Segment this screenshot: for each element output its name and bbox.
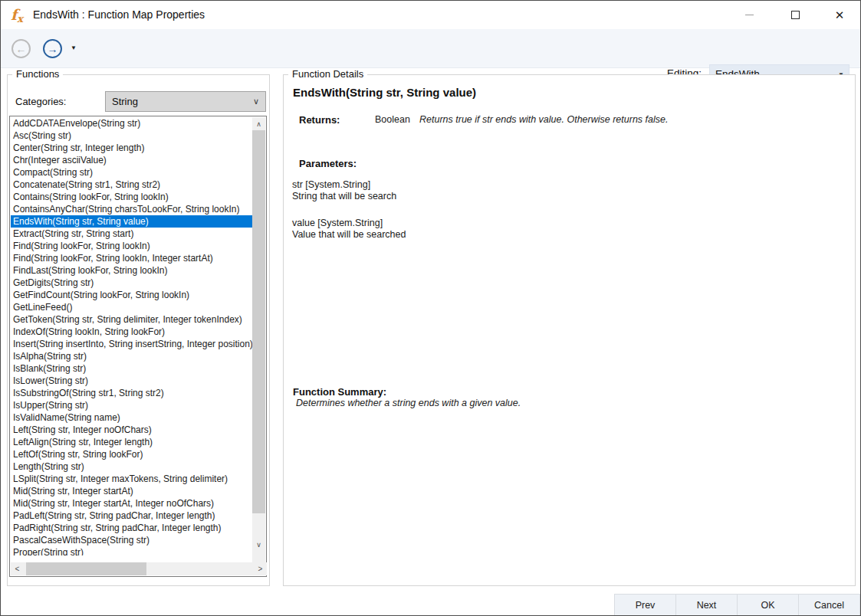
list-item[interactable]: IsBlank(String str) (11, 362, 254, 375)
list-item[interactable]: LeftOf(String str, String lookFor) (11, 448, 254, 460)
list-item[interactable]: PascalCaseWithSpace(String str) (11, 534, 254, 546)
vertical-scrollbar[interactable]: ∧ ∨ (252, 117, 265, 564)
list-item[interactable]: EndsWith(String str, String value) (11, 215, 254, 228)
function-listbox: AddCDATAEnvelope(String str)Asc(String s… (9, 116, 267, 577)
list-item[interactable]: LeftAlign(String str, Integer length) (11, 436, 254, 448)
list-item[interactable]: ContainsAnyChar(String charsToLookFor, S… (11, 203, 254, 215)
parameter-name: str [System.String] (292, 179, 370, 190)
list-item[interactable]: IsValidName(String name) (11, 411, 254, 424)
list-item[interactable]: Length(String str) (11, 460, 254, 473)
categories-dropdown[interactable]: String ∨ (105, 91, 266, 112)
scroll-up-icon[interactable]: ∧ (252, 117, 265, 130)
toolbar: ← → ▼ Editing: EndsWith ▼ (1, 29, 860, 68)
list-item[interactable]: GetToken(String str, String delimiter, I… (11, 313, 254, 326)
list-item[interactable]: GetLineFeed() (11, 301, 254, 313)
list-item[interactable]: Concatenate(String str1, String str2) (11, 179, 254, 191)
list-item[interactable]: LSplit(String str, Integer maxTokens, St… (11, 473, 254, 485)
list-item[interactable]: GetDigits(String str) (11, 277, 254, 289)
back-button[interactable]: ← (12, 39, 31, 58)
categories-value: String (112, 96, 138, 107)
list-item[interactable]: Mid(String str, Integer startAt, Integer… (11, 497, 254, 510)
parameters-label: Parameters: (299, 158, 357, 169)
maximize-button[interactable] (777, 1, 813, 29)
returns-description: Returns true if str ends with value. Oth… (419, 114, 668, 125)
maximize-icon (791, 11, 800, 19)
categories-label: Categories: (15, 96, 66, 107)
forward-button[interactable]: → (43, 39, 62, 58)
back-arrow-icon: ← (16, 43, 27, 55)
horizontal-scrollbar[interactable]: < > (11, 562, 267, 575)
list-item[interactable]: Compact(String str) (11, 166, 254, 179)
functions-groupbox: Functions Categories: String ∨ AddCDATAE… (7, 74, 270, 586)
list-item[interactable]: IsLower(String str) (11, 375, 254, 387)
returns-type: Boolean (375, 114, 410, 125)
footer-button-bar: Prev Next OK Cancel (614, 594, 860, 616)
list-item[interactable]: PadRight(String str, String padChar, Int… (11, 522, 254, 534)
prev-button[interactable]: Prev (614, 594, 676, 616)
ok-button[interactable]: OK (737, 594, 799, 616)
function-list-rows: AddCDATAEnvelope(String str)Asc(String s… (11, 117, 254, 555)
window-title: EndsWith : Function Map Properties (33, 8, 205, 21)
function-signature: EndsWith(String str, String value) (293, 86, 476, 99)
list-item[interactable]: Mid(String str, Integer startAt) (11, 485, 254, 497)
forward-arrow-icon: → (48, 43, 58, 55)
list-item[interactable]: PadLeft(String str, String padChar, Inte… (11, 510, 254, 522)
list-item[interactable]: IsAlpha(String str) (11, 350, 254, 362)
close-icon: ✕ (835, 9, 845, 21)
list-item[interactable]: AddCDATAEnvelope(String str) (11, 117, 254, 129)
list-item[interactable]: Extract(String str, String start) (11, 228, 254, 240)
list-item[interactable]: Center(String str, Integer length) (11, 142, 254, 154)
list-item[interactable]: Chr(Integer asciiValue) (11, 154, 254, 166)
list-item[interactable]: Proper(String str) (11, 546, 254, 555)
parameter-name: value [System.String] (292, 218, 383, 228)
dialog-window: fx EndsWith : Function Map Properties ✕ … (0, 0, 861, 616)
minimize-icon (745, 15, 754, 15)
list-item[interactable]: Asc(String str) (11, 129, 254, 142)
returns-label: Returns: (299, 114, 340, 126)
list-item[interactable]: GetFindCount(String lookFor, String look… (11, 289, 254, 301)
function-details-groupbox: Function Details EndsWith(String str, St… (283, 74, 856, 586)
fx-app-icon: fx (11, 5, 23, 28)
list-item[interactable]: Find(String lookFor, String lookIn) (11, 240, 254, 252)
close-button[interactable]: ✕ (822, 1, 857, 29)
parameter-description: String that will be search (292, 191, 396, 202)
chevron-down-icon: ∨ (253, 97, 259, 106)
list-item[interactable]: FindLast(String lookFor, String lookIn) (11, 264, 254, 277)
function-summary-text: Determines whether a string ends with a … (296, 398, 521, 408)
functions-group-label: Functions (12, 68, 63, 80)
details-group-label: Function Details (288, 68, 367, 80)
title-bar: fx EndsWith : Function Map Properties ✕ (1, 1, 860, 29)
list-item[interactable]: IsSubstringOf(String str1, String str2) (11, 387, 254, 399)
parameter-description: Value that will be searched (292, 229, 406, 240)
minimize-button[interactable] (731, 1, 767, 29)
cancel-button[interactable]: Cancel (798, 594, 860, 616)
function-summary-label: Function Summary: (293, 386, 386, 398)
scroll-down-icon[interactable]: ∨ (252, 538, 265, 551)
list-item[interactable]: Find(String lookFor, String lookIn, Inte… (11, 252, 254, 264)
vertical-scroll-thumb[interactable] (252, 130, 265, 513)
horizontal-scroll-thumb[interactable] (26, 562, 146, 575)
list-item[interactable]: Left(String str, Integer noOfChars) (11, 424, 254, 436)
list-item[interactable]: Contains(String lookFor, String lookIn) (11, 191, 254, 203)
scroll-right-icon[interactable]: > (254, 562, 267, 575)
list-item[interactable]: Insert(String insertInto, String insertS… (11, 338, 254, 350)
forward-dropdown-caret[interactable]: ▼ (71, 44, 77, 51)
next-button[interactable]: Next (675, 594, 738, 616)
list-item[interactable]: IsUpper(String str) (11, 399, 254, 411)
scroll-left-icon[interactable]: < (11, 562, 24, 575)
list-item[interactable]: IndexOf(String lookIn, String lookFor) (11, 326, 254, 338)
